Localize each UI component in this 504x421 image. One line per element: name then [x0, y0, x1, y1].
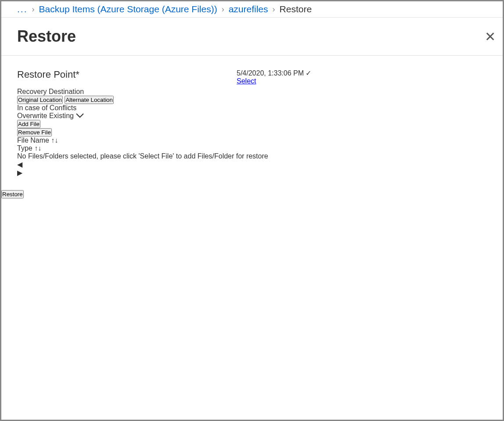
column-filename[interactable]: File Name — [17, 137, 49, 144]
required-asterisk: * — [76, 69, 79, 80]
column-type[interactable]: Type — [17, 144, 32, 152]
breadcrumb-ellipsis[interactable]: ... — [17, 4, 28, 14]
scroll-right-icon[interactable]: ▶ — [17, 169, 22, 176]
page-title: Restore — [17, 27, 76, 46]
conflicts-dropdown[interactable]: Overwrite Existing — [17, 112, 487, 120]
sort-icon[interactable]: ↑↓ — [34, 144, 41, 152]
breadcrumb-backup-items[interactable]: Backup Items (Azure Storage (Azure Files… — [39, 4, 217, 14]
close-icon[interactable]: ✕ — [485, 29, 496, 44]
chevron-right-icon: › — [273, 5, 275, 14]
select-restore-point-link[interactable]: Select — [237, 77, 256, 85]
page-header: Restore ✕ — [1, 18, 503, 56]
alternate-location-option[interactable]: Alternate Location — [65, 96, 113, 104]
conflicts-label: In case of Conflicts — [17, 104, 487, 112]
scroll-left-icon[interactable]: ◀ — [17, 161, 22, 168]
breadcrumb-current: Restore — [280, 4, 312, 14]
checkmark-icon: ✓ — [306, 69, 311, 77]
chevron-right-icon: › — [222, 5, 224, 14]
chevron-right-icon: › — [32, 5, 35, 14]
conflicts-selected-value: Overwrite Existing — [17, 112, 74, 119]
original-location-option[interactable]: Original Location — [17, 96, 63, 104]
breadcrumb-azurefiles[interactable]: azurefiles — [229, 4, 268, 14]
horizontal-scrollbar[interactable]: ◀ ▶ — [17, 160, 487, 177]
restore-point-input[interactable]: 5/4/2020, 1:33:06 PM ✓ — [237, 69, 311, 77]
restore-point-label: Restore Point* — [17, 69, 237, 80]
table-empty-message: No Files/Folders selected, please click … — [17, 152, 487, 160]
file-table-header: File Name ↑↓ Type ↑↓ — [17, 137, 487, 152]
remove-file-button: Remove File — [17, 128, 52, 137]
add-file-highlight: Add File — [17, 120, 487, 128]
restore-point-value: 5/4/2020, 1:33:06 PM — [237, 69, 304, 77]
add-file-button[interactable]: Add File — [17, 120, 40, 128]
recovery-destination-toggle: Original Location Alternate Location — [17, 96, 487, 104]
breadcrumb: ... › Backup Items (Azure Storage (Azure… — [1, 1, 503, 18]
restore-button: Restore — [1, 190, 24, 198]
chevron-down-icon — [76, 112, 84, 119]
recovery-destination-heading: Recovery Destination — [17, 88, 487, 96]
sort-icon[interactable]: ↑↓ — [51, 137, 58, 144]
